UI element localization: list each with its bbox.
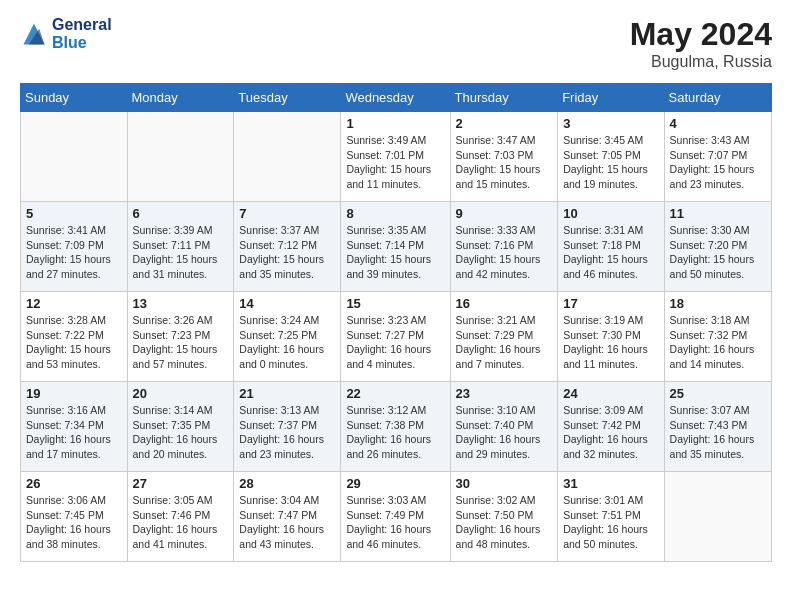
table-row: 12Sunrise: 3:28 AMSunset: 7:22 PMDayligh… <box>21 292 128 382</box>
table-row: 31Sunrise: 3:01 AMSunset: 7:51 PMDayligh… <box>558 472 664 562</box>
day-info: Sunrise: 3:03 AMSunset: 7:49 PMDaylight:… <box>346 493 444 552</box>
day-number: 14 <box>239 296 335 311</box>
day-number: 29 <box>346 476 444 491</box>
day-info: Sunrise: 3:09 AMSunset: 7:42 PMDaylight:… <box>563 403 658 462</box>
table-row: 23Sunrise: 3:10 AMSunset: 7:40 PMDayligh… <box>450 382 558 472</box>
day-number: 8 <box>346 206 444 221</box>
day-info: Sunrise: 3:39 AMSunset: 7:11 PMDaylight:… <box>133 223 229 282</box>
day-number: 21 <box>239 386 335 401</box>
day-info: Sunrise: 3:30 AMSunset: 7:20 PMDaylight:… <box>670 223 766 282</box>
table-row <box>21 112 128 202</box>
table-row: 14Sunrise: 3:24 AMSunset: 7:25 PMDayligh… <box>234 292 341 382</box>
day-info: Sunrise: 3:23 AMSunset: 7:27 PMDaylight:… <box>346 313 444 372</box>
calendar-week-row: 19Sunrise: 3:16 AMSunset: 7:34 PMDayligh… <box>21 382 772 472</box>
day-info: Sunrise: 3:41 AMSunset: 7:09 PMDaylight:… <box>26 223 122 282</box>
day-info: Sunrise: 3:28 AMSunset: 7:22 PMDaylight:… <box>26 313 122 372</box>
day-number: 31 <box>563 476 658 491</box>
col-thursday: Thursday <box>450 84 558 112</box>
table-row: 16Sunrise: 3:21 AMSunset: 7:29 PMDayligh… <box>450 292 558 382</box>
calendar-table: Sunday Monday Tuesday Wednesday Thursday… <box>20 83 772 562</box>
day-info: Sunrise: 3:13 AMSunset: 7:37 PMDaylight:… <box>239 403 335 462</box>
table-row: 29Sunrise: 3:03 AMSunset: 7:49 PMDayligh… <box>341 472 450 562</box>
table-row <box>234 112 341 202</box>
table-row: 15Sunrise: 3:23 AMSunset: 7:27 PMDayligh… <box>341 292 450 382</box>
day-info: Sunrise: 3:16 AMSunset: 7:34 PMDaylight:… <box>26 403 122 462</box>
day-number: 28 <box>239 476 335 491</box>
day-number: 12 <box>26 296 122 311</box>
day-number: 9 <box>456 206 553 221</box>
day-number: 17 <box>563 296 658 311</box>
day-number: 10 <box>563 206 658 221</box>
table-row: 6Sunrise: 3:39 AMSunset: 7:11 PMDaylight… <box>127 202 234 292</box>
table-row: 26Sunrise: 3:06 AMSunset: 7:45 PMDayligh… <box>21 472 128 562</box>
day-number: 7 <box>239 206 335 221</box>
day-number: 5 <box>26 206 122 221</box>
day-info: Sunrise: 3:19 AMSunset: 7:30 PMDaylight:… <box>563 313 658 372</box>
logo: General Blue <box>20 16 112 51</box>
day-number: 24 <box>563 386 658 401</box>
day-info: Sunrise: 3:24 AMSunset: 7:25 PMDaylight:… <box>239 313 335 372</box>
table-row: 22Sunrise: 3:12 AMSunset: 7:38 PMDayligh… <box>341 382 450 472</box>
table-row: 13Sunrise: 3:26 AMSunset: 7:23 PMDayligh… <box>127 292 234 382</box>
day-info: Sunrise: 3:49 AMSunset: 7:01 PMDaylight:… <box>346 133 444 192</box>
day-info: Sunrise: 3:33 AMSunset: 7:16 PMDaylight:… <box>456 223 553 282</box>
col-wednesday: Wednesday <box>341 84 450 112</box>
calendar-header-row: Sunday Monday Tuesday Wednesday Thursday… <box>21 84 772 112</box>
day-info: Sunrise: 3:45 AMSunset: 7:05 PMDaylight:… <box>563 133 658 192</box>
day-info: Sunrise: 3:35 AMSunset: 7:14 PMDaylight:… <box>346 223 444 282</box>
table-row: 21Sunrise: 3:13 AMSunset: 7:37 PMDayligh… <box>234 382 341 472</box>
day-number: 26 <box>26 476 122 491</box>
month-year: May 2024 <box>630 16 772 53</box>
calendar-week-row: 12Sunrise: 3:28 AMSunset: 7:22 PMDayligh… <box>21 292 772 382</box>
title-block: May 2024 Bugulma, Russia <box>630 16 772 71</box>
day-number: 30 <box>456 476 553 491</box>
table-row: 7Sunrise: 3:37 AMSunset: 7:12 PMDaylight… <box>234 202 341 292</box>
logo-text: General Blue <box>52 16 112 51</box>
table-row: 2Sunrise: 3:47 AMSunset: 7:03 PMDaylight… <box>450 112 558 202</box>
table-row: 17Sunrise: 3:19 AMSunset: 7:30 PMDayligh… <box>558 292 664 382</box>
day-number: 4 <box>670 116 766 131</box>
table-row: 1Sunrise: 3:49 AMSunset: 7:01 PMDaylight… <box>341 112 450 202</box>
table-row: 10Sunrise: 3:31 AMSunset: 7:18 PMDayligh… <box>558 202 664 292</box>
day-info: Sunrise: 3:43 AMSunset: 7:07 PMDaylight:… <box>670 133 766 192</box>
table-row: 24Sunrise: 3:09 AMSunset: 7:42 PMDayligh… <box>558 382 664 472</box>
table-row: 4Sunrise: 3:43 AMSunset: 7:07 PMDaylight… <box>664 112 771 202</box>
calendar-week-row: 1Sunrise: 3:49 AMSunset: 7:01 PMDaylight… <box>21 112 772 202</box>
day-info: Sunrise: 3:05 AMSunset: 7:46 PMDaylight:… <box>133 493 229 552</box>
table-row: 9Sunrise: 3:33 AMSunset: 7:16 PMDaylight… <box>450 202 558 292</box>
table-row: 11Sunrise: 3:30 AMSunset: 7:20 PMDayligh… <box>664 202 771 292</box>
day-info: Sunrise: 3:07 AMSunset: 7:43 PMDaylight:… <box>670 403 766 462</box>
table-row: 27Sunrise: 3:05 AMSunset: 7:46 PMDayligh… <box>127 472 234 562</box>
day-info: Sunrise: 3:47 AMSunset: 7:03 PMDaylight:… <box>456 133 553 192</box>
day-number: 1 <box>346 116 444 131</box>
logo-icon <box>20 20 48 48</box>
location: Bugulma, Russia <box>630 53 772 71</box>
table-row: 3Sunrise: 3:45 AMSunset: 7:05 PMDaylight… <box>558 112 664 202</box>
day-info: Sunrise: 3:14 AMSunset: 7:35 PMDaylight:… <box>133 403 229 462</box>
day-info: Sunrise: 3:10 AMSunset: 7:40 PMDaylight:… <box>456 403 553 462</box>
day-number: 13 <box>133 296 229 311</box>
col-tuesday: Tuesday <box>234 84 341 112</box>
page-header: General Blue May 2024 Bugulma, Russia <box>20 16 772 71</box>
day-info: Sunrise: 3:06 AMSunset: 7:45 PMDaylight:… <box>26 493 122 552</box>
day-info: Sunrise: 3:01 AMSunset: 7:51 PMDaylight:… <box>563 493 658 552</box>
day-number: 20 <box>133 386 229 401</box>
day-info: Sunrise: 3:04 AMSunset: 7:47 PMDaylight:… <box>239 493 335 552</box>
day-number: 25 <box>670 386 766 401</box>
calendar-week-row: 5Sunrise: 3:41 AMSunset: 7:09 PMDaylight… <box>21 202 772 292</box>
table-row: 8Sunrise: 3:35 AMSunset: 7:14 PMDaylight… <box>341 202 450 292</box>
table-row <box>127 112 234 202</box>
day-number: 19 <box>26 386 122 401</box>
day-number: 27 <box>133 476 229 491</box>
day-number: 11 <box>670 206 766 221</box>
day-number: 3 <box>563 116 658 131</box>
col-saturday: Saturday <box>664 84 771 112</box>
day-info: Sunrise: 3:26 AMSunset: 7:23 PMDaylight:… <box>133 313 229 372</box>
day-number: 6 <box>133 206 229 221</box>
calendar-week-row: 26Sunrise: 3:06 AMSunset: 7:45 PMDayligh… <box>21 472 772 562</box>
day-number: 18 <box>670 296 766 311</box>
col-friday: Friday <box>558 84 664 112</box>
day-info: Sunrise: 3:31 AMSunset: 7:18 PMDaylight:… <box>563 223 658 282</box>
table-row: 18Sunrise: 3:18 AMSunset: 7:32 PMDayligh… <box>664 292 771 382</box>
table-row: 19Sunrise: 3:16 AMSunset: 7:34 PMDayligh… <box>21 382 128 472</box>
